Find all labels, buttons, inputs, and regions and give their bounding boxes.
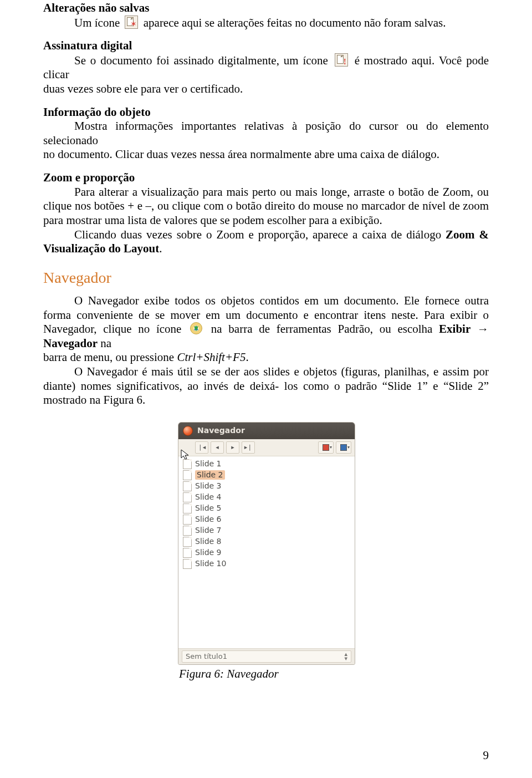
assinatura-c: duas vezes sobre ele para ver o certific… [43, 82, 243, 95]
list-item[interactable]: Slide 3 [178, 481, 355, 492]
list-item[interactable]: Slide 9 [178, 547, 355, 558]
text-assinatura: Se o documento foi assinado digitalmente… [43, 53, 489, 96]
nav-arrow: → [470, 322, 489, 335]
slide-list[interactable]: Slide 1Slide 2Slide 3Slide 4Slide 5Slide… [178, 456, 355, 648]
page-icon [183, 526, 192, 536]
list-item[interactable]: Slide 8 [178, 536, 355, 547]
page-icon [183, 559, 192, 569]
window-title: Navegador [197, 426, 245, 435]
heading-navegador: Navegador [43, 268, 489, 287]
alteracoes-b: aparece aqui se alterações feitas no doc… [144, 16, 446, 29]
navegador-para1: O Navegador exibe todos os objetos conti… [43, 294, 489, 365]
nav-shortcut: Ctrl+Shift+F5 [177, 350, 245, 364]
zoom-2c: . [159, 242, 162, 255]
status-doc-label: Sem título1 [186, 652, 227, 661]
nav-line-end: . [245, 350, 248, 364]
page-number: 9 [483, 749, 489, 762]
page-icon [183, 504, 192, 513]
list-item-label: Slide 7 [195, 526, 222, 535]
first-icon[interactable]: ❘◂ [195, 441, 208, 454]
heading-informacao: Informação do objeto [43, 105, 489, 120]
informacao-b: no documento. Clicar duas vezes nessa ár… [43, 148, 439, 161]
signature-icon: ! [335, 53, 348, 67]
list-item[interactable]: Slide 1 [178, 459, 355, 470]
stepper-icon[interactable]: ▴▾ [344, 652, 347, 660]
list-item[interactable]: Slide 7 [178, 525, 355, 536]
zoom-2a: Clicando duas vezes sobre o Zoom e propo… [74, 228, 446, 241]
list-item-label: Slide 5 [195, 504, 222, 513]
list-item[interactable]: Slide 10 [178, 558, 355, 569]
nav-p1b: na barra de ferramentas Padrão, ou escol… [204, 322, 439, 335]
navegador-para2: O Navegador é mais útil se se der aos sl… [43, 365, 489, 408]
unsaved-icon: ✶ [125, 16, 138, 29]
statusbar: Sem título1 ▴▾ [178, 648, 355, 664]
text-zoom-1: Para alterar a visualização para mais pe… [43, 185, 489, 228]
nav-line-next: barra de menu, ou pressione [43, 350, 177, 364]
page-icon [183, 515, 192, 525]
list-item-label: Slide 8 [195, 537, 222, 546]
navegador-window: Navegador ❘◂ ◂ ▸ ▸❘ ▾ ▾ Slide 1Slide 2Sl… [178, 422, 355, 665]
page-icon [183, 537, 192, 547]
nav-p1c: na [98, 337, 111, 350]
list-item-label: Slide 9 [195, 548, 222, 557]
heading-alteracoes: Alterações não salvas [43, 1, 489, 16]
informacao-a: Mostra informações importantes relativas… [43, 119, 489, 147]
list-item[interactable]: Slide 2 [178, 470, 355, 481]
page-icon [183, 470, 192, 480]
shape-blue-icon[interactable]: ▾ [336, 441, 351, 454]
alteracoes-a: Um ícone [74, 16, 120, 29]
last-icon[interactable]: ▸❘ [242, 441, 255, 454]
navegador-figure: Navegador ❘◂ ◂ ▸ ▸❘ ▾ ▾ Slide 1Slide 2Sl… [178, 422, 354, 682]
list-item-label: Slide 1 [195, 459, 222, 469]
page-icon [183, 481, 192, 491]
nav-toolbar: ❘◂ ◂ ▸ ▸❘ ▾ ▾ [178, 439, 355, 456]
list-item-label: Slide 2 [195, 470, 225, 480]
list-item-label: Slide 6 [195, 515, 222, 524]
text-alteracoes: Um ícone ✶ aparece aqui se alterações fe… [43, 16, 489, 30]
page-icon [183, 459, 192, 469]
list-item[interactable]: Slide 6 [178, 514, 355, 525]
navigator-icon [190, 322, 202, 334]
status-doc-field[interactable]: Sem título1 ▴▾ [182, 650, 351, 663]
list-item-label: Slide 10 [195, 559, 226, 568]
list-item[interactable]: Slide 4 [178, 492, 355, 503]
page-icon [183, 548, 192, 558]
figure-caption: Figura 6: Navegador [179, 667, 354, 682]
list-item-label: Slide 4 [195, 492, 222, 502]
shape-red-icon[interactable]: ▾ [318, 441, 334, 454]
text-zoom-2: Clicando duas vezes sobre o Zoom e propo… [43, 228, 489, 256]
page-icon [183, 492, 192, 502]
next-icon[interactable]: ▸ [226, 441, 239, 454]
titlebar: Navegador [178, 423, 355, 439]
heading-assinatura: Assinatura digital [43, 39, 489, 53]
close-icon[interactable] [183, 426, 193, 436]
text-informacao: Mostra informações importantes relativas… [43, 119, 489, 162]
list-item-label: Slide 3 [195, 481, 222, 491]
assinatura-a: Se o documento foi assinado digitalmente… [74, 54, 328, 67]
list-item[interactable]: Slide 5 [178, 503, 355, 514]
prev-icon[interactable]: ◂ [211, 441, 224, 454]
heading-zoom: Zoom e proporção [43, 171, 489, 185]
nav-menu-b: Navegador [43, 337, 98, 350]
nav-menu-a: Exibir [439, 322, 470, 335]
